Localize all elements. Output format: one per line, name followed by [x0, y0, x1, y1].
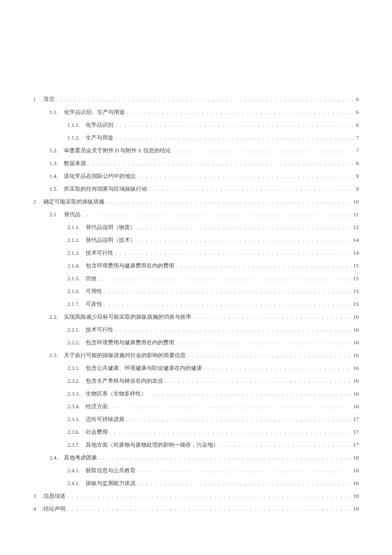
toc-dot-leader	[176, 262, 352, 269]
toc-dot-leader	[115, 250, 352, 256]
toc-entry-label: 可及性	[86, 300, 102, 308]
toc-entry: 2.1.1.替代品说明（物质）12	[33, 224, 359, 231]
toc-entry: 1.3.数据来源8	[33, 160, 359, 167]
toc-entry-number: 1.4.	[49, 173, 58, 180]
toc-page-number: 18	[353, 493, 359, 500]
toc-entry-number: 2.3.1.	[67, 365, 80, 372]
toc-entry: 2.2.2.包含环境费用与健康费用在内的费用16	[33, 339, 359, 346]
toc-entry: 1.4.该化学品在国际公约中的地位9	[33, 172, 359, 180]
toc-page-number: 16	[353, 390, 359, 397]
toc-entry-label: 经济方面	[86, 403, 108, 410]
toc-entry-number: 2.2.1.	[67, 326, 80, 333]
toc-page-number: 14	[353, 237, 359, 244]
toc-entry-number: 2.1.1.	[67, 224, 80, 231]
toc-entry-number: 2.1.4.	[67, 262, 80, 269]
toc-entry-number: 1.1.1.	[67, 122, 80, 128]
toc-entry: 2.3.5.迈向可持续进展17	[33, 416, 359, 423]
toc-entry-number: 2.1.5.	[67, 275, 80, 282]
toc-entry-number: 2	[33, 198, 36, 205]
toc-entry: 1.1.1.化学品识别6	[33, 121, 359, 129]
toc-page-number: 19	[353, 506, 359, 512]
toc-entry-label: 生产与用途	[86, 134, 113, 142]
toc-entry-number: 2.1.2.	[67, 237, 80, 244]
toc-dot-leader	[138, 173, 355, 180]
toc-page-number: 16	[353, 314, 359, 320]
toc-entry-number: 2.2.2.	[67, 339, 80, 346]
toc-dot-leader	[176, 339, 352, 346]
toc-entry: 2.1.替代品11	[33, 211, 359, 218]
toc-dot-leader	[98, 275, 352, 282]
toc-entry: 3.信息综述18	[33, 492, 359, 500]
toc-page-number: 17	[353, 416, 359, 423]
toc-page-number: 12	[353, 224, 359, 231]
toc-entry: 2.1.6.可用性15	[33, 288, 359, 295]
toc-entry-number: 1.3.	[49, 160, 58, 167]
toc-entry-number: 2.4.	[49, 454, 58, 461]
toc-entry-label: 功效	[86, 275, 97, 282]
toc-entry: 2.3.7.其他方面（对废物与废物处理的影响一储存，污染地）17	[33, 441, 359, 449]
toc-dot-leader	[204, 365, 352, 372]
toc-entry-label: .导言	[42, 96, 55, 103]
toc-dot-leader	[104, 288, 352, 295]
toc-entry-label: 所采取的任何国家与区域操纵行动	[64, 185, 147, 193]
toc-dot-leader	[115, 326, 352, 333]
toc-dot-leader	[165, 378, 352, 384]
toc-entry: 2.2.实现风险减少目标可能采取的操纵措施的功效与效率16	[33, 313, 359, 321]
toc-entry: 2.3.关于执行可能的操纵措施对社会的影响的简要信息16	[33, 352, 359, 359]
toc-entry-number: 1.1.2.	[67, 134, 80, 141]
toc-dot-leader	[115, 122, 354, 128]
toc-entry-number: 2.4.2.	[67, 480, 80, 487]
toc-entry: 2.3.3.生物区系（生物多样性）16	[33, 390, 359, 398]
toc-page-number: 16	[353, 339, 359, 346]
toc-dot-leader	[137, 480, 352, 487]
toc-entry-label: 包含水产养殖与林业在内的农业	[86, 377, 163, 385]
toc-entry-label: 操纵与监测能力状况	[86, 479, 135, 487]
toc-page-number: 18	[353, 480, 359, 487]
toc-dot-leader	[67, 506, 352, 512]
toc-entry: 1.5.所采取的任何国家与区域操纵行动9	[33, 185, 359, 193]
toc-dot-leader	[82, 211, 352, 218]
toc-entry-number: 1.1.	[49, 109, 58, 116]
toc-entry-label: 关于执行可能的操纵措施对社会的影响的简要信息	[64, 352, 186, 359]
table-of-contents: 1.导言61.1.化学品识别、生产与用途61.1.1.化学品识别61.1.2.生…	[33, 96, 359, 513]
toc-dot-leader	[220, 442, 352, 448]
toc-entry-number: 2.1.6.	[67, 288, 80, 295]
toc-page-number: 16	[353, 352, 359, 359]
toc-entry-number: 2.3.	[49, 352, 58, 359]
toc-entry: 2.确定可能采取的操纵措施10	[33, 198, 359, 206]
toc-entry: 1.导言6	[33, 96, 359, 103]
toc-dot-leader	[99, 454, 352, 461]
toc-dot-leader	[110, 429, 352, 436]
toc-entry-label: 生物区系（生物多样性）	[86, 390, 147, 398]
toc-page-number: 6	[356, 122, 359, 128]
toc-entry-label: 包含环境费用与健康费用在内的费用	[86, 262, 174, 270]
toc-entry-number: 1.2.	[49, 147, 58, 154]
toc-entry: 4.结论声明19	[33, 505, 359, 513]
toc-entry-label: .确定可能采取的操纵措施	[42, 198, 104, 206]
toc-entry-number: 2.1.	[49, 211, 58, 218]
toc-entry-number: 2.3.7.	[67, 442, 80, 448]
toc-page-number: 8	[356, 160, 359, 167]
toc-dot-leader	[104, 301, 352, 308]
toc-entry-label: 可用性	[86, 288, 102, 295]
toc-entry-number: 2.3.6.	[67, 429, 80, 436]
toc-entry: 2.3.6.社会费用17	[33, 428, 359, 436]
toc-entry-label: 包含环境费用与健康费用在内的费用	[86, 339, 174, 346]
toc-entry-label: .信息综述	[42, 492, 66, 500]
toc-entry-number: 2.4.1.	[67, 467, 80, 474]
toc-dot-leader	[56, 96, 355, 103]
toc-entry-label: 替代品	[64, 211, 81, 218]
toc-page-number: 18	[353, 467, 359, 474]
toc-entry: 2.3.2.包含水产养殖与林业在内的农业16	[33, 377, 359, 385]
toc-entry-number: 2.3.2.	[67, 378, 80, 384]
toc-entry: 2.1.4.包含环境费用与健康费用在内的费用15	[33, 262, 359, 270]
toc-entry: 1.1.化学品识别、生产与用途6	[33, 108, 359, 116]
toc-dot-leader	[127, 109, 355, 116]
toc-page-number: 7	[356, 147, 359, 154]
toc-dot-leader	[126, 416, 352, 423]
toc-dot-leader	[67, 493, 352, 500]
toc-page-number: 11	[353, 211, 359, 218]
toc-entry-label: 其他方面（对废物与废物处理的影响一储存，污染地）	[86, 441, 219, 449]
toc-page-number: 6	[356, 96, 359, 103]
toc-entry-label: 化学品识别、生产与用途	[64, 108, 125, 116]
